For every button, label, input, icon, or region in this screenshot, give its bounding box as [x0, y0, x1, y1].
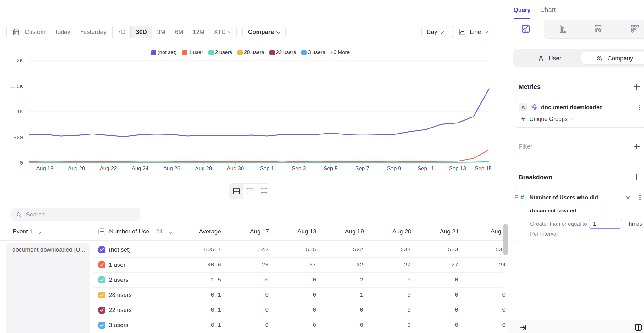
svg-text:Sep 9: Sep 9 [387, 166, 401, 172]
svg-text:Aug 26: Aug 26 [163, 166, 180, 172]
svg-text:Sep 13: Sep 13 [449, 166, 466, 172]
svg-text:Aug 28: Aug 28 [195, 166, 212, 172]
svg-text:0: 0 [20, 160, 23, 166]
svg-text:2K: 2K [17, 58, 23, 64]
svg-text:Sep 3: Sep 3 [292, 166, 306, 172]
svg-text:Aug 22: Aug 22 [100, 166, 117, 172]
svg-text:500: 500 [13, 135, 23, 141]
svg-text:Sep 1: Sep 1 [260, 166, 274, 172]
svg-text:Sep 5: Sep 5 [324, 166, 337, 172]
svg-text:1K: 1K [17, 109, 23, 115]
svg-text:Sep 7: Sep 7 [355, 166, 369, 172]
svg-text:Aug 30: Aug 30 [227, 166, 244, 172]
svg-text:Aug 24: Aug 24 [131, 166, 148, 172]
svg-text:Aug 20: Aug 20 [68, 166, 85, 172]
svg-text:1.5K: 1.5K [10, 84, 23, 90]
svg-text:Aug 18: Aug 18 [36, 166, 53, 172]
svg-text:Sep 15: Sep 15 [475, 166, 492, 172]
svg-text:Sep 11: Sep 11 [418, 166, 434, 172]
